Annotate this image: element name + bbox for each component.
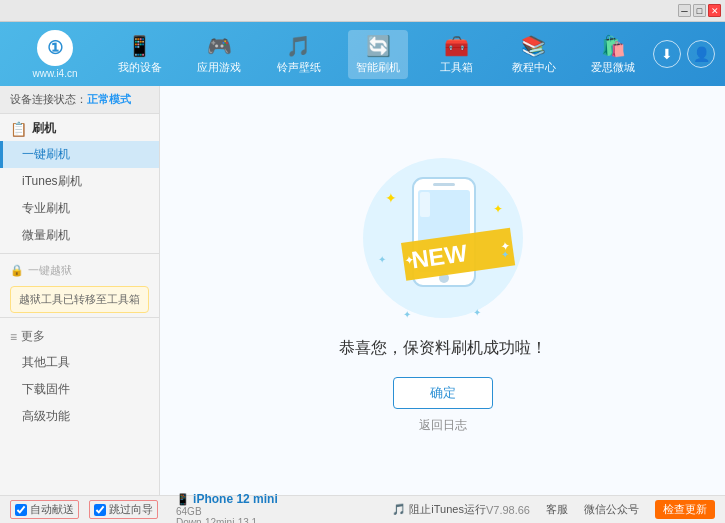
auto-send-label: 自动献送 xyxy=(30,502,74,517)
header-right: ⬇ 👤 xyxy=(653,40,715,68)
via-wizard-label: 跳过向导 xyxy=(109,502,153,517)
nav-item-tutorial-center[interactable]: 📚教程中心 xyxy=(504,30,564,79)
close-button[interactable]: ✕ xyxy=(708,4,721,17)
svg-text:✦: ✦ xyxy=(378,254,386,265)
success-illustration: NEW ✦ ✦ ✦ ✦ ✦ ✦ ✦ ✦ xyxy=(353,148,533,338)
flash-section-label: 刷机 xyxy=(32,120,56,137)
itunes-status-text: 阻止iTunes运行 xyxy=(409,502,486,517)
via-wizard-checkbox[interactable] xyxy=(94,504,106,516)
device-storage: 64GB xyxy=(176,506,278,517)
more-label: 更多 xyxy=(21,328,45,345)
device-name: iPhone 12 mini xyxy=(193,492,278,506)
nav-icon-tutorial-center: 📚 xyxy=(521,34,546,58)
version-label: V7.98.66 xyxy=(486,504,530,516)
bottom-right: V7.98.66 客服 微信公众号 检查更新 xyxy=(486,500,715,519)
svg-text:✦: ✦ xyxy=(403,309,411,320)
sidebar-section-flash: 📋 刷机 xyxy=(0,114,159,141)
nav-icon-my-device: 📱 xyxy=(127,34,152,58)
nav-label-smart-shop: 智能刷机 xyxy=(356,60,400,75)
sidebar-item-one-click-flash[interactable]: 一键刷机 xyxy=(0,141,159,168)
logo-area: ① www.i4.cn xyxy=(10,30,100,79)
minimize-button[interactable]: ─ xyxy=(678,4,691,17)
logo-website: www.i4.cn xyxy=(32,68,77,79)
nav-item-weidian[interactable]: 🛍️爱思微城 xyxy=(583,30,643,79)
nav-icon-toolbox: 🧰 xyxy=(444,34,469,58)
customer-service-link[interactable]: 客服 xyxy=(546,502,568,517)
bottom-left: 自动献送 跳过向导 📱 iPhone 12 mini 64GB Down-12m… xyxy=(10,492,392,524)
sidebar-item-save-flash[interactable]: 微量刷机 xyxy=(0,222,159,249)
nav-icon-smart-shop: 🔄 xyxy=(366,34,391,58)
nav-label-tutorial-center: 教程中心 xyxy=(512,60,556,75)
svg-text:✦: ✦ xyxy=(473,307,481,318)
lock-icon: 🔒 xyxy=(10,264,24,277)
sidebar: 设备连接状态：正常模式 📋 刷机 一键刷机 iTunes刷机 专业刷机 微量刷机… xyxy=(0,86,160,495)
logo-icon: ① xyxy=(37,30,73,66)
success-message: 恭喜您，保资料刷机成功啦！ xyxy=(339,338,547,359)
sidebar-item-download-firmware[interactable]: 下载固件 xyxy=(0,376,159,403)
device-icon: 📱 xyxy=(176,493,190,505)
title-bar: ─ □ ✕ xyxy=(0,0,725,22)
more-icon: ≡ xyxy=(10,330,17,344)
sidebar-section-jailbreak: 🔒 一键越狱 xyxy=(0,258,159,282)
nav-icon-app-games: 🎮 xyxy=(207,34,232,58)
flash-section-icon: 📋 xyxy=(10,121,27,137)
device-firmware: Down-12mini-13,1 xyxy=(176,517,278,524)
user-button[interactable]: 👤 xyxy=(687,40,715,68)
svg-text:✦: ✦ xyxy=(501,249,509,260)
bottom-bar: 自动献送 跳过向导 📱 iPhone 12 mini 64GB Down-12m… xyxy=(0,495,725,523)
itunes-status: 🎵 阻止iTunes运行 xyxy=(392,502,486,517)
connection-status-value: 正常模式 xyxy=(87,93,131,105)
svg-text:✦: ✦ xyxy=(403,252,415,267)
maximize-button[interactable]: □ xyxy=(693,4,706,17)
nav-label-ringtone-wallpaper: 铃声壁纸 xyxy=(277,60,321,75)
svg-text:✦: ✦ xyxy=(385,190,397,206)
auto-send-checkbox[interactable] xyxy=(15,504,27,516)
auto-send-checkbox-item[interactable]: 自动献送 xyxy=(10,500,79,519)
jailbreak-label: 一键越狱 xyxy=(28,263,72,278)
sidebar-section-more: ≡ 更多 xyxy=(0,322,159,349)
header: ① www.i4.cn 📱我的设备🎮应用游戏🎵铃声壁纸🔄智能刷机🧰工具箱📚教程中… xyxy=(0,22,725,86)
sidebar-item-other-tools[interactable]: 其他工具 xyxy=(0,349,159,376)
content-area: NEW ✦ ✦ ✦ ✦ ✦ ✦ ✦ ✦ 恭喜您，保资料刷机成功啦！ 确定 返回日… xyxy=(160,86,725,495)
download-button[interactable]: ⬇ xyxy=(653,40,681,68)
nav-item-my-device[interactable]: 📱我的设备 xyxy=(110,30,170,79)
connection-status: 设备连接状态：正常模式 xyxy=(0,86,159,114)
svg-rect-4 xyxy=(433,183,455,186)
device-info-bar: 📱 iPhone 12 mini 64GB Down-12mini-13,1 xyxy=(176,492,278,524)
nav-item-toolbox[interactable]: 🧰工具箱 xyxy=(428,30,484,79)
nav-item-app-games[interactable]: 🎮应用游戏 xyxy=(189,30,249,79)
svg-rect-5 xyxy=(420,192,430,217)
nav-bar: 📱我的设备🎮应用游戏🎵铃声壁纸🔄智能刷机🧰工具箱📚教程中心🛍️爱思微城 xyxy=(100,30,653,79)
nav-icon-weidian: 🛍️ xyxy=(601,34,626,58)
nav-item-smart-shop[interactable]: 🔄智能刷机 xyxy=(348,30,408,79)
svg-text:✦: ✦ xyxy=(493,202,503,216)
nav-label-my-device: 我的设备 xyxy=(118,60,162,75)
main-layout: 设备连接状态：正常模式 📋 刷机 一键刷机 iTunes刷机 专业刷机 微量刷机… xyxy=(0,86,725,495)
sidebar-divider-2 xyxy=(0,317,159,318)
check-update-button[interactable]: 检查更新 xyxy=(655,500,715,519)
itunes-icon: 🎵 xyxy=(392,503,406,516)
nav-icon-ringtone-wallpaper: 🎵 xyxy=(286,34,311,58)
jailbreak-notice: 越狱工具已转移至工具箱 xyxy=(10,286,149,313)
sidebar-item-itunes-flash[interactable]: iTunes刷机 xyxy=(0,168,159,195)
sidebar-divider-1 xyxy=(0,253,159,254)
back-to-home-link[interactable]: 返回日志 xyxy=(419,417,467,434)
confirm-button[interactable]: 确定 xyxy=(393,377,493,409)
connection-status-label: 设备连接状态： xyxy=(10,93,87,105)
nav-label-toolbox: 工具箱 xyxy=(440,60,473,75)
via-wizard-checkbox-item[interactable]: 跳过向导 xyxy=(89,500,158,519)
nav-label-weidian: 爱思微城 xyxy=(591,60,635,75)
nav-item-ringtone-wallpaper[interactable]: 🎵铃声壁纸 xyxy=(269,30,329,79)
sidebar-item-pro-flash[interactable]: 专业刷机 xyxy=(0,195,159,222)
wechat-link[interactable]: 微信公众号 xyxy=(584,502,639,517)
nav-label-app-games: 应用游戏 xyxy=(197,60,241,75)
sidebar-item-advanced[interactable]: 高级功能 xyxy=(0,403,159,430)
